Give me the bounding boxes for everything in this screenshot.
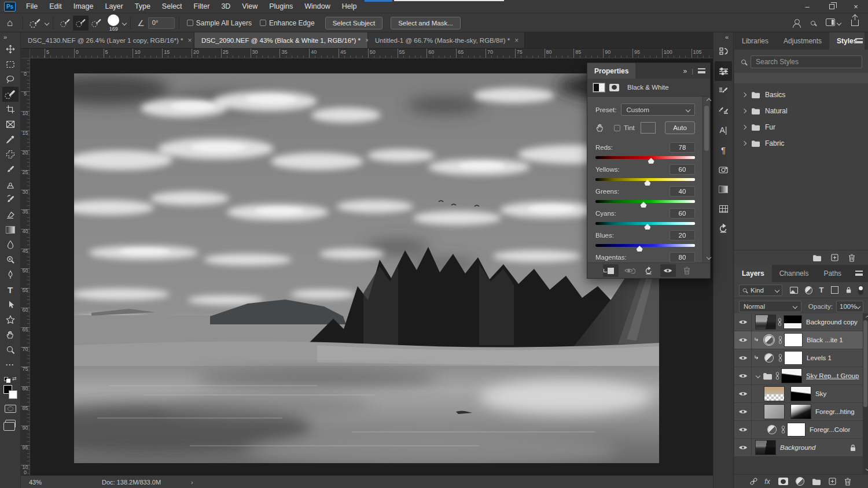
chevron-right-icon[interactable]: [742, 93, 746, 97]
close-tab-icon[interactable]: ×: [187, 36, 192, 45]
layer-name[interactable]: Background: [780, 444, 815, 451]
eyedropper-tool[interactable]: [2, 132, 19, 147]
view-previous-state-button[interactable]: [622, 264, 638, 277]
brushes-panel-icon[interactable]: [715, 101, 732, 120]
clone-stamp-tool[interactable]: [2, 177, 19, 192]
pen-tool[interactable]: [2, 267, 19, 282]
slider-track[interactable]: [595, 178, 695, 181]
status-options-chevron[interactable]: ›: [191, 479, 193, 486]
subtract-from-selection-mode-button[interactable]: [89, 16, 104, 31]
link-mask-icon[interactable]: [775, 372, 780, 380]
layer-row-sky-group[interactable]: Sky Rep...t Group: [734, 367, 863, 385]
enhance-edge-checkbox[interactable]: [260, 20, 266, 26]
layer-row-levels[interactable]: Levels 1: [734, 349, 863, 367]
history-state-icon[interactable]: [715, 219, 732, 238]
layer-mask-thumbnail[interactable]: [785, 334, 802, 346]
mask-properties-icon[interactable]: [609, 84, 619, 91]
background-color-swatch[interactable]: [9, 390, 17, 399]
menu-edit[interactable]: Edit: [43, 1, 68, 12]
black-white-adjustment-icon[interactable]: [593, 83, 605, 92]
scrollbar-thumb[interactable]: [704, 106, 709, 151]
slider-value-field[interactable]: 40: [670, 186, 695, 197]
slider-value-field[interactable]: 78: [670, 142, 695, 153]
layer-row-sky[interactable]: Sky: [734, 385, 863, 402]
layer-row-foreground-lighting[interactable]: Foregr...hting: [734, 403, 863, 420]
menu-image[interactable]: Image: [68, 1, 100, 12]
marquee-tool[interactable]: [2, 57, 19, 72]
layer-thumbnail[interactable]: [764, 387, 784, 401]
layer-thumbnail[interactable]: [756, 315, 775, 329]
layer-name[interactable]: Foregr...hting: [815, 408, 855, 415]
layer-thumbnail[interactable]: [764, 405, 784, 419]
menu-window[interactable]: Window: [299, 1, 336, 12]
select-and-mask-button[interactable]: Select and Mask...: [391, 17, 461, 29]
zoom-tool[interactable]: [2, 342, 19, 357]
filter-type-layers-icon[interactable]: T: [819, 286, 824, 294]
scroll-up-icon[interactable]: [866, 316, 868, 319]
adjustment-layer-icon[interactable]: [768, 426, 776, 434]
slider-track[interactable]: [595, 244, 695, 247]
link-mask-icon[interactable]: [778, 354, 783, 362]
blur-tool[interactable]: [2, 237, 19, 252]
frame-tool[interactable]: [2, 117, 19, 132]
layer-mask-thumbnail[interactable]: [788, 423, 805, 436]
zoom-level-field[interactable]: 43%: [21, 479, 47, 486]
new-layer-icon[interactable]: [829, 478, 836, 485]
brush-angle-field[interactable]: 0°: [148, 17, 175, 29]
edit-toolbar-icon[interactable]: ···: [2, 357, 19, 372]
add-to-selection-mode-button[interactable]: [73, 16, 89, 31]
ruler-origin[interactable]: [21, 49, 30, 58]
menu-plugins[interactable]: Plugins: [263, 1, 299, 12]
filter-toggle[interactable]: [858, 286, 863, 295]
layer-mask-thumbnail[interactable]: [791, 405, 811, 419]
delete-layer-icon[interactable]: [844, 478, 851, 486]
slider-track[interactable]: [595, 156, 695, 159]
layer-row-black-white[interactable]: Black ...ite 1: [734, 331, 863, 349]
clip-to-layer-button[interactable]: [603, 264, 619, 277]
tint-checkbox[interactable]: [614, 125, 620, 131]
slider-value-field[interactable]: 60: [670, 208, 695, 219]
layer-name[interactable]: Sky: [815, 390, 826, 397]
slider-thumb[interactable]: [641, 202, 647, 208]
link-mask-icon[interactable]: [777, 318, 782, 326]
type-tool[interactable]: T: [2, 282, 19, 297]
style-folder-row[interactable]: Fabric: [734, 135, 868, 151]
selection-brush-tool[interactable]: [2, 87, 19, 102]
lasso-tool[interactable]: [2, 72, 19, 87]
slider-thumb[interactable]: [637, 246, 643, 252]
layer-name[interactable]: Black ...ite 1: [807, 337, 843, 343]
gradient-tool[interactable]: [2, 222, 19, 237]
style-folder-row[interactable]: Natural: [734, 103, 868, 119]
menu-type[interactable]: Type: [129, 1, 156, 12]
eraser-tool[interactable]: [2, 207, 19, 222]
panel-menu-icon[interactable]: [698, 68, 705, 73]
new-selection-mode-button[interactable]: [57, 16, 73, 31]
collapse-tools-icon[interactable]: »: [0, 32, 10, 42]
blend-mode-dropdown[interactable]: Normal: [739, 301, 801, 312]
horizontal-ruler[interactable]: 5051015202530354045505560657075808590951…: [30, 49, 713, 58]
search-styles-input[interactable]: [751, 56, 862, 68]
layer-visibility-toggle[interactable]: [734, 403, 752, 420]
scrollbar-thumb[interactable]: [863, 320, 867, 407]
panel-menu-icon[interactable]: [855, 38, 863, 43]
layer-visibility-toggle[interactable]: [734, 349, 752, 367]
new-adjustment-layer-icon[interactable]: [796, 478, 804, 485]
foreground-background-colors[interactable]: [3, 385, 17, 399]
minimize-button[interactable]: –: [795, 2, 819, 11]
paragraph-panel-icon[interactable]: ¶: [715, 140, 732, 160]
scroll-down-icon[interactable]: [707, 255, 711, 260]
layer-name[interactable]: Sky Rep...t Group: [806, 372, 859, 379]
new-style-icon[interactable]: [831, 254, 838, 261]
targeted-adjustment-icon[interactable]: [595, 123, 605, 132]
menu-3d[interactable]: 3D: [215, 1, 236, 12]
filter-smart-objects-icon[interactable]: [846, 286, 851, 294]
layer-name[interactable]: Levels 1: [807, 354, 832, 361]
quick-mask-mode-button[interactable]: [5, 405, 16, 413]
layer-row-background[interactable]: Background: [734, 439, 863, 456]
toggle-visibility-button[interactable]: [660, 264, 676, 277]
style-folder-row[interactable]: Basics: [734, 87, 868, 103]
layer-mask-thumbnail[interactable]: [784, 316, 801, 328]
home-icon[interactable]: ⌂: [0, 17, 19, 29]
scroll-down-icon[interactable]: [866, 467, 868, 471]
properties-scrollbar[interactable]: [703, 97, 710, 263]
